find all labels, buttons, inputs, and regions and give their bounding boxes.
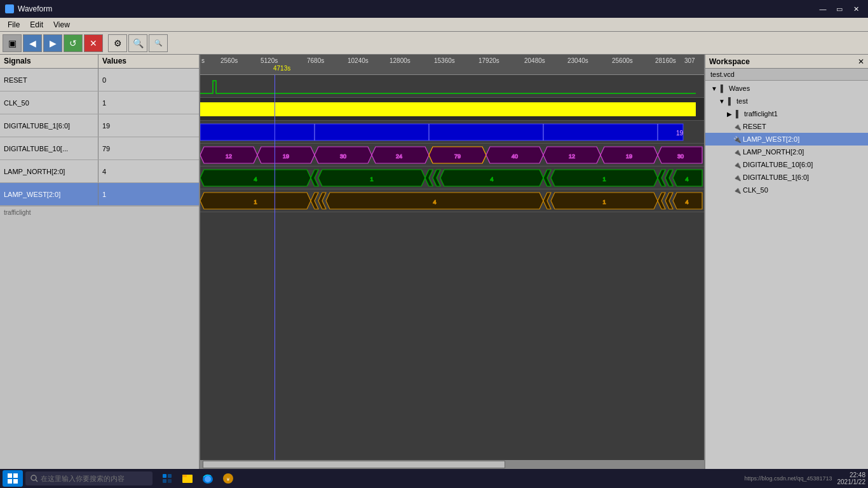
menu-view[interactable]: View — [48, 19, 75, 30]
zoom-in-button[interactable]: 🔍 — [128, 34, 147, 52]
close-button[interactable]: ✕ — [849, 3, 863, 15]
time-label-0: s — [201, 57, 205, 64]
toolbar: ▣ ◀ ▶ ↺ ✕ ⚙ 🔍 🔍 — [0, 32, 868, 55]
svg-marker-50 — [658, 193, 665, 209]
time-label-12: 307 — [684, 57, 695, 64]
edge-icon — [201, 472, 214, 485]
tree-item-lampnorth[interactable]: 🔌 LAMP_NORTH[2:0] — [705, 146, 868, 158]
signal-row-lampnorth[interactable]: LAMP_NORTH[2:0] 4 — [0, 160, 199, 183]
svg-text:19: 19 — [676, 130, 684, 137]
svg-marker-47 — [543, 193, 551, 209]
signal-row-digitaltube1[interactable]: DIGITALTUBE_1[6:0] 19 — [0, 114, 199, 137]
taskbar-right: https://blog.csdn.net/qq_45381713 22:48 … — [744, 471, 865, 485]
svg-text:1: 1 — [602, 199, 606, 205]
workspace-panel: Workspace ✕ test.vcd ▼ ▐ Waves ▼ ▐ test — [704, 55, 868, 469]
module-icon: ▐ — [733, 110, 742, 118]
svg-rect-63 — [168, 479, 172, 483]
edge-button[interactable] — [198, 470, 217, 487]
signal-icon-digitaltube10: 🔌 — [733, 161, 741, 168]
test-folder-icon: ▐ — [726, 97, 735, 105]
svg-text:4: 4 — [685, 176, 688, 182]
tree-label-clk50: CLK_50 — [743, 186, 768, 194]
tree-label-reset: RESET — [743, 123, 766, 130]
signal-value-digitaltube1: 19 — [98, 121, 114, 131]
svg-text:¥: ¥ — [226, 477, 230, 482]
stop-button[interactable]: ✕ — [84, 34, 103, 52]
tree-label-trafficlight1: trafficlight1 — [744, 110, 778, 118]
svg-rect-56 — [8, 479, 12, 484]
search-input[interactable] — [41, 475, 142, 482]
tree-item-waves[interactable]: ▼ ▐ Waves — [705, 82, 868, 95]
svg-marker-51 — [665, 193, 673, 209]
minimize-button[interactable]: — — [816, 3, 830, 15]
workspace-header: Workspace ✕ — [705, 55, 868, 69]
taskbar-search[interactable] — [25, 471, 153, 485]
svg-marker-38 — [665, 170, 673, 186]
zoom-out-button[interactable]: 🔍 — [149, 34, 168, 52]
title-bar-left: Waveform — [5, 4, 52, 13]
svg-marker-30 — [425, 170, 433, 186]
tree-item-digitaltube1[interactable]: 🔌 DIGITALTUBE_1[6:0] — [705, 171, 868, 184]
workspace-close-button[interactable]: ✕ — [858, 57, 864, 66]
svg-text:1: 1 — [602, 176, 606, 182]
window-title: Waveform — [18, 4, 52, 13]
h-scrollbar-thumb[interactable] — [203, 461, 505, 468]
taskbar: ¥ https://blog.csdn.net/qq_45381713 22:4… — [0, 469, 868, 488]
back-button[interactable]: ◀ — [23, 34, 42, 52]
wave-row-lampnorth: 4 1 4 — [200, 166, 704, 189]
taskview-button[interactable] — [158, 470, 177, 487]
svg-text:1: 1 — [370, 176, 373, 182]
time-display: 22:48 — [850, 471, 865, 478]
signal-value-digitaltube10: 79 — [98, 144, 114, 154]
time-label-9: 23040s — [567, 57, 588, 64]
signal-name-reset: RESET — [0, 69, 98, 91]
time-label-2: 5120s — [261, 57, 278, 64]
tree-item-reset[interactable]: 🔌 RESET — [705, 120, 868, 133]
tree-label-lampwest: LAMP_WEST[2:0] — [743, 135, 799, 143]
forward-button[interactable]: ▶ — [43, 34, 62, 52]
signal-row-digitaltube10[interactable]: DIGITALTUBE_10[... 79 — [0, 137, 199, 160]
workspace-file: test.vcd — [705, 69, 868, 81]
title-bar-controls: — ▭ ✕ — [816, 3, 863, 15]
wave-row-clk50 — [200, 98, 704, 121]
tree-item-trafficlight1[interactable]: ▶ ▐ trafficlight1 — [705, 107, 868, 120]
signal-row-reset[interactable]: RESET 0 — [0, 69, 199, 92]
tree-label-digitaltube1: DIGITALTUBE_1[6:0] — [743, 173, 809, 181]
tree-item-test[interactable]: ▼ ▐ test — [705, 95, 868, 107]
signal-value-reset: 0 — [98, 75, 110, 85]
signal-name-digitaltube10: DIGITALTUBE_10[... — [0, 137, 98, 159]
signal-row-clk50[interactable]: CLK_50 1 — [0, 92, 199, 114]
windows-icon — [8, 473, 18, 484]
waveform-area[interactable]: s 2560s 5120s 7680s 10240s 12800s 15360s… — [200, 55, 704, 469]
svg-rect-57 — [13, 479, 18, 484]
settings-button[interactable]: ⚙ — [108, 34, 127, 52]
panel-button[interactable]: ▣ — [3, 34, 22, 52]
h-scrollbar[interactable] — [200, 460, 704, 469]
refresh-button[interactable]: ↺ — [64, 34, 83, 52]
title-bar: Waveform — ▭ ✕ — [0, 0, 868, 18]
maximize-button[interactable]: ▭ — [832, 3, 846, 15]
menu-file[interactable]: File — [3, 19, 25, 30]
time-label-11: 28160s — [655, 57, 676, 64]
svg-text:1: 1 — [254, 199, 257, 205]
explorer-button[interactable] — [178, 470, 197, 487]
tree-item-lampwest[interactable]: 🔌 LAMP_WEST[2:0] — [705, 133, 868, 146]
signals-panel: Signals Values RESET 0 CLK_50 1 DIGITALT… — [0, 55, 200, 469]
start-button[interactable] — [3, 470, 23, 487]
explorer-icon — [181, 472, 194, 485]
svg-rect-54 — [8, 473, 12, 478]
wave-row-digitaltube1: 19 — [200, 121, 704, 144]
search-icon — [31, 475, 38, 482]
tree-item-clk50[interactable]: 🔌 CLK_50 — [705, 184, 868, 196]
wave-lampnorth: 4 1 4 — [200, 167, 704, 189]
menu-edit[interactable]: Edit — [25, 19, 48, 30]
wave-digitaltube10: 12 19 30 24 79 — [200, 144, 704, 166]
tree-item-digitaltube10[interactable]: 🔌 DIGITALTUBE_10[6:0] — [705, 158, 868, 171]
time-label-8: 20480s — [524, 57, 545, 64]
app4-button[interactable]: ¥ — [219, 470, 238, 487]
svg-marker-43 — [311, 193, 318, 209]
svg-text:30: 30 — [677, 153, 684, 159]
svg-marker-37 — [658, 170, 665, 186]
signal-row-lampwest[interactable]: LAMP_WEST[2:0] 1 — [0, 183, 199, 206]
time-label-3: 7680s — [307, 57, 324, 64]
